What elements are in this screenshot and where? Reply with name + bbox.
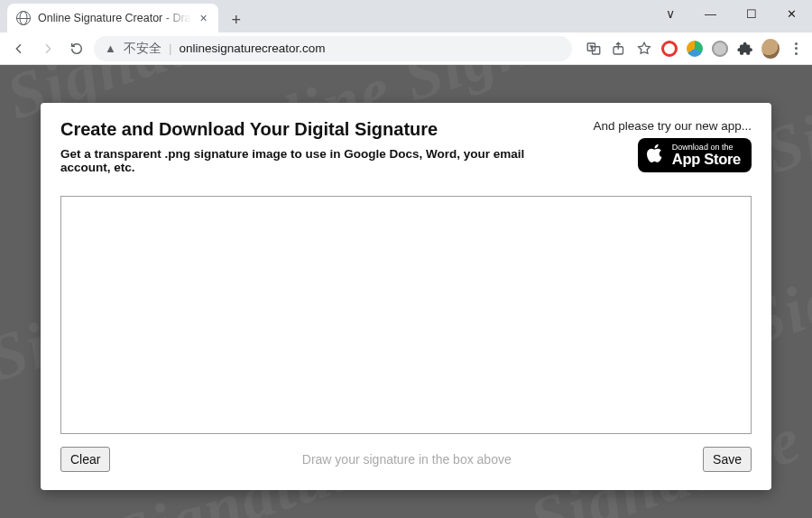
tab-close-icon[interactable]: ×: [198, 11, 209, 25]
appstore-line2: App Store: [672, 152, 741, 167]
window-close-button[interactable]: ✕: [771, 0, 812, 27]
new-tab-button[interactable]: +: [224, 7, 249, 32]
omnibox-separator: |: [169, 42, 172, 55]
extension-red-icon[interactable]: [660, 40, 678, 58]
extension-grey-icon[interactable]: [711, 40, 729, 58]
browser-tab-active[interactable]: Online Signature Creator - Dra ×: [7, 4, 218, 32]
nav-reload-button[interactable]: [65, 37, 88, 60]
card-footer: Clear Draw your signature in the box abo…: [60, 447, 752, 472]
translate-icon[interactable]: [585, 40, 603, 58]
browser-toolbar: ▲ 不安全 | onlinesignaturecreator.com: [0, 32, 812, 65]
nav-forward-button[interactable]: [36, 37, 60, 60]
tab-title: Online Signature Creator - Dra: [38, 12, 191, 24]
apple-logo-icon: [647, 143, 665, 168]
canvas-hint: Draw your signature in the box above: [110, 452, 703, 467]
bookmark-star-icon[interactable]: [635, 40, 653, 58]
clear-button[interactable]: Clear: [60, 447, 110, 472]
window-dropdown-icon[interactable]: ∨: [650, 0, 690, 27]
signature-canvas[interactable]: [60, 196, 752, 434]
url-text: onlinesignaturecreator.com: [179, 42, 325, 55]
browser-menu-button[interactable]: [787, 40, 805, 58]
globe-icon: [16, 11, 31, 25]
signature-card: Create and Download Your Digital Signatu…: [41, 103, 771, 490]
share-icon[interactable]: [610, 40, 628, 58]
page-subheading: Get a transparent .png signature image t…: [60, 147, 575, 174]
window-controls: ∨ — ☐ ✕: [650, 0, 812, 27]
window-minimize-button[interactable]: —: [690, 0, 731, 27]
promo-text: And please try our new app...: [593, 119, 752, 133]
extension-green-icon[interactable]: [686, 40, 704, 58]
profile-avatar[interactable]: [761, 40, 780, 58]
insecure-label: 不安全: [124, 41, 161, 57]
card-header: Create and Download Your Digital Signatu…: [60, 119, 752, 174]
address-bar[interactable]: ▲ 不安全 | onlinesignaturecreator.com: [94, 36, 572, 61]
page-viewport: line Signature Creator line Signature Cr…: [0, 65, 812, 518]
app-store-badge[interactable]: Download on the App Store: [638, 138, 752, 172]
nav-back-button[interactable]: [7, 37, 31, 60]
save-button[interactable]: Save: [703, 447, 752, 472]
extensions-puzzle-icon[interactable]: [736, 40, 754, 58]
toolbar-actions: [577, 40, 805, 58]
window-maximize-button[interactable]: ☐: [731, 0, 771, 27]
insecure-warning-icon: ▲: [105, 42, 116, 55]
page-heading: Create and Download Your Digital Signatu…: [60, 119, 575, 140]
